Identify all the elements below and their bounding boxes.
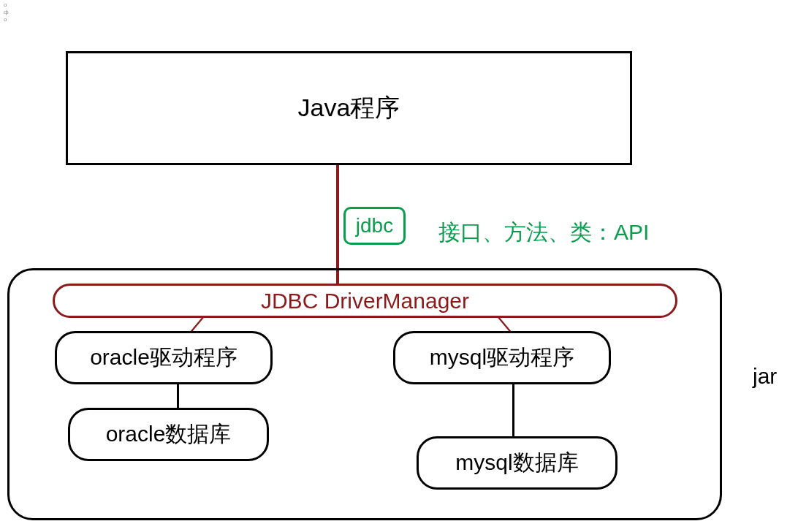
jdbc-description: 接口、方法、类：API <box>438 218 649 248</box>
gutter-mark: o <box>4 16 9 23</box>
mysql-database-box: mysql数据库 <box>417 436 618 490</box>
oracle-driver-label: oracle驱动程序 <box>90 343 238 373</box>
jdbc-tag-box: jdbc <box>343 207 406 245</box>
gutter-mark: o <box>4 1 9 9</box>
mysql-database-label: mysql数据库 <box>455 448 578 478</box>
jar-side-label: jar <box>753 364 777 389</box>
diagram-root: o ф o Java程序 jdbc 接口、方法、类：API JDBC Drive… <box>0 0 798 532</box>
connector-oracle-driver-to-db <box>177 384 179 410</box>
connector-mysql-driver-to-db <box>512 384 514 438</box>
java-program-box: Java程序 <box>66 51 632 165</box>
mysql-driver-label: mysql驱动程序 <box>430 343 574 373</box>
oracle-driver-box: oracle驱动程序 <box>55 331 273 384</box>
oracle-database-box: oracle数据库 <box>68 408 269 461</box>
jdbc-driver-manager-label: JDBC DriverManager <box>261 289 469 314</box>
jdbc-tag-label: jdbc <box>356 214 393 238</box>
editor-gutter-marks: o ф o <box>4 1 9 23</box>
java-program-label: Java程序 <box>298 91 400 125</box>
jdbc-driver-manager-box: JDBC DriverManager <box>53 284 677 318</box>
oracle-database-label: oracle数据库 <box>106 419 232 449</box>
mysql-driver-box: mysql驱动程序 <box>393 331 611 384</box>
gutter-mark: ф <box>4 9 9 16</box>
